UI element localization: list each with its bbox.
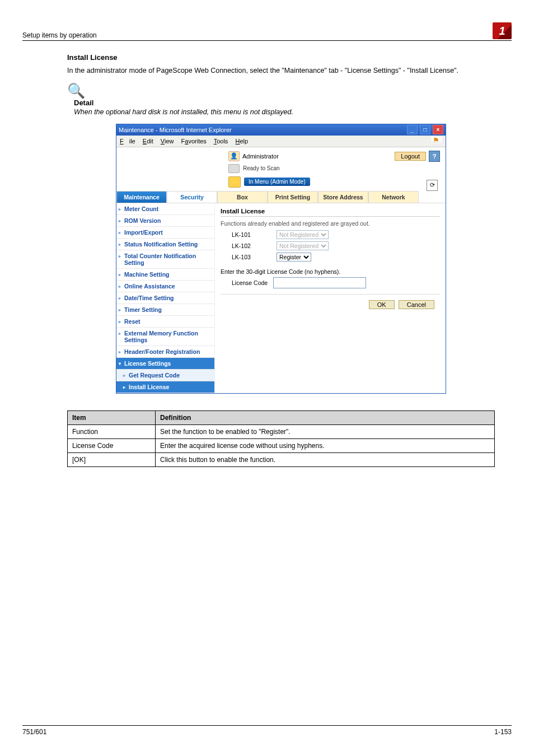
sidebar-item-total-counter[interactable]: Total Counter Notification Setting bbox=[116, 250, 214, 269]
detail-text: When the optional hard disk is not insta… bbox=[74, 108, 495, 116]
table-row: Click this button to enable the function… bbox=[156, 452, 495, 466]
tab-network[interactable]: Network bbox=[368, 191, 419, 203]
tab-store-address[interactable]: Store Address bbox=[318, 191, 368, 203]
sidebar-item-timer[interactable]: Timer Setting bbox=[116, 304, 214, 316]
function-name-2: LK-103 bbox=[232, 254, 271, 260]
function-select-0: Not Registered bbox=[277, 230, 329, 239]
ok-button[interactable]: OK bbox=[369, 300, 395, 309]
section-intro: In the administrator mode of PageScope W… bbox=[67, 66, 495, 76]
panel-note: Functions already enabled and registered… bbox=[221, 220, 440, 227]
menu-view[interactable]: View bbox=[161, 138, 174, 144]
definition-table: Item Definition Function Set the functio… bbox=[67, 410, 495, 467]
sidebar-item-rom-version[interactable]: ROM Version bbox=[116, 215, 214, 227]
menu-favorites[interactable]: Favorites bbox=[181, 138, 207, 144]
minimize-icon[interactable]: _ bbox=[407, 125, 418, 134]
section-title: Install License bbox=[67, 53, 495, 62]
breadcrumb: Setup items by operation bbox=[22, 31, 97, 39]
footer-left: 751/601 bbox=[22, 728, 46, 736]
logout-button[interactable]: Logout bbox=[395, 152, 426, 161]
function-select-2[interactable]: Register bbox=[277, 253, 311, 262]
tab-print-setting[interactable]: Print Setting bbox=[268, 191, 318, 203]
license-code-input[interactable] bbox=[273, 277, 366, 288]
sidebar-item-status-notification[interactable]: Status Notification Setting bbox=[116, 239, 214, 250]
printer-icon bbox=[228, 176, 241, 188]
sidebar-item-meter-count[interactable]: Meter Count bbox=[116, 203, 214, 215]
table-row: [OK] bbox=[68, 452, 156, 466]
maximize-icon[interactable]: □ bbox=[420, 125, 430, 134]
sidebar: Meter Count ROM Version Import/Export St… bbox=[116, 203, 215, 393]
table-row: Set the function to be enabled to "Regis… bbox=[156, 424, 495, 438]
sidebar-item-get-request-code[interactable]: Get Request Code bbox=[116, 370, 214, 381]
sidebar-item-header-footer[interactable]: Header/Footer Registration bbox=[116, 346, 214, 358]
status-text: Ready to Scan bbox=[243, 165, 280, 171]
sidebar-item-machine-setting[interactable]: Machine Setting bbox=[116, 269, 214, 281]
scanner-icon bbox=[228, 164, 240, 173]
th-definition: Definition bbox=[156, 410, 495, 424]
tab-maintenance[interactable]: Maintenance bbox=[116, 191, 167, 203]
detail-label: Detail bbox=[74, 99, 495, 107]
chapter-badge: 1 bbox=[493, 22, 512, 39]
menu-help[interactable]: Help bbox=[235, 138, 248, 144]
admin-label: Administrator bbox=[242, 153, 279, 160]
close-icon[interactable]: × bbox=[433, 125, 443, 134]
ie-logo-icon bbox=[431, 137, 442, 146]
refresh-icon[interactable]: ⟳ bbox=[427, 180, 438, 191]
table-row: License Code bbox=[68, 438, 156, 452]
admin-icon: 👤 bbox=[228, 151, 240, 161]
status-pill: In Menu (Admin Mode) bbox=[244, 178, 310, 186]
panel-heading: Install License bbox=[221, 208, 440, 217]
menu-tools[interactable]: Tools bbox=[214, 138, 228, 144]
menu-edit[interactable]: Edit bbox=[143, 138, 153, 144]
magnifier-icon: 🔍 bbox=[67, 82, 495, 100]
sidebar-item-external-memory[interactable]: External Memory Function Settings bbox=[116, 328, 214, 346]
sidebar-item-install-license[interactable]: Install License bbox=[116, 381, 214, 393]
menu-file[interactable]: File bbox=[120, 138, 135, 144]
table-row: Function bbox=[68, 424, 156, 438]
sidebar-item-license-settings[interactable]: License Settings bbox=[116, 358, 214, 370]
sidebar-item-reset[interactable]: Reset bbox=[116, 316, 214, 328]
function-name-0: LK-101 bbox=[232, 231, 271, 238]
function-name-1: LK-102 bbox=[232, 242, 271, 249]
footer-right: 1-153 bbox=[494, 728, 512, 736]
sidebar-item-import-export[interactable]: Import/Export bbox=[116, 227, 214, 239]
function-select-1: Not Registered bbox=[277, 241, 329, 250]
table-row: Enter the acquired license code without … bbox=[156, 438, 495, 452]
sidebar-item-online-assistance[interactable]: Online Assistance bbox=[116, 281, 214, 292]
sidebar-item-date-time[interactable]: Date/Time Setting bbox=[116, 292, 214, 304]
license-code-label: License Code bbox=[232, 279, 268, 286]
tab-security[interactable]: Security bbox=[167, 191, 217, 203]
cancel-button[interactable]: Cancel bbox=[399, 300, 434, 309]
tab-box[interactable]: Box bbox=[217, 191, 268, 203]
window-title: Maintenance - Microsoft Internet Explore… bbox=[119, 127, 232, 133]
help-button[interactable]: ? bbox=[429, 151, 440, 162]
browser-window: Maintenance - Microsoft Internet Explore… bbox=[116, 124, 446, 394]
th-item: Item bbox=[68, 410, 156, 424]
enter-code-text: Enter the 30-digit License Code (no hyph… bbox=[221, 268, 440, 275]
